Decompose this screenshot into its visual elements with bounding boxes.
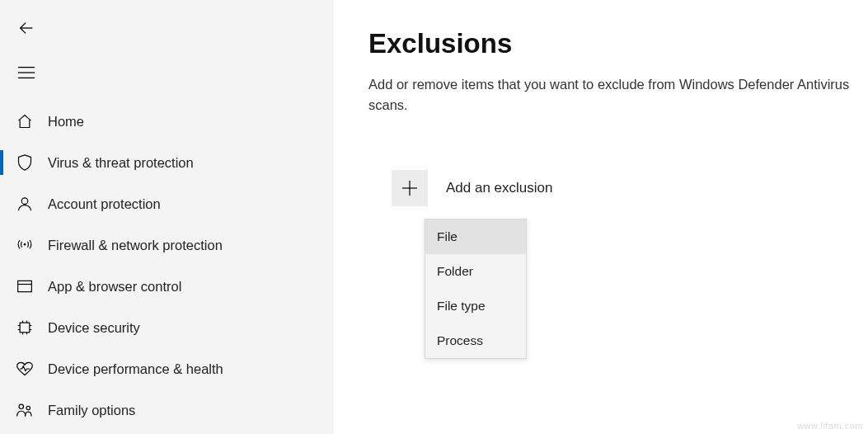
svg-point-4 <box>21 198 28 205</box>
page-title: Exclusions <box>368 28 852 59</box>
exclusion-type-dropdown: File Folder File type Process <box>425 219 527 359</box>
sidebar-item-label: Home <box>48 114 84 130</box>
svg-rect-6 <box>18 281 32 291</box>
page-description: Add or remove items that you want to exc… <box>368 74 852 116</box>
main-content: Exclusions Add or remove items that you … <box>334 0 868 434</box>
sidebar-item-label: Family options <box>48 403 135 418</box>
sidebar-item-virus-threat[interactable]: Virus & threat protection <box>0 142 334 183</box>
shield-icon <box>15 153 35 172</box>
heart-icon <box>15 359 35 379</box>
sidebar-item-home[interactable]: Home <box>0 101 334 142</box>
dropdown-item-process[interactable]: Process <box>425 323 526 358</box>
add-exclusion-button[interactable]: Add an exclusion <box>392 170 552 206</box>
add-exclusion-label: Add an exclusion <box>446 180 552 196</box>
sidebar: Home Virus & threat protection Account p… <box>0 0 334 434</box>
svg-point-17 <box>19 404 23 408</box>
hamburger-icon <box>17 65 35 80</box>
dropdown-item-folder[interactable]: Folder <box>425 254 526 289</box>
home-icon <box>15 111 35 131</box>
svg-point-5 <box>24 243 26 246</box>
back-arrow-icon <box>17 19 35 37</box>
sidebar-item-label: Firewall & network protection <box>48 238 223 253</box>
hamburger-menu-button[interactable] <box>15 61 38 84</box>
chip-icon <box>15 318 35 337</box>
person-icon <box>15 194 35 214</box>
back-button[interactable] <box>15 17 38 40</box>
sidebar-item-app-browser[interactable]: App & browser control <box>0 266 334 307</box>
antenna-icon <box>15 235 35 255</box>
dropdown-item-label: File type <box>437 299 486 314</box>
dropdown-item-label: File <box>437 229 457 244</box>
plus-icon <box>392 170 428 206</box>
sidebar-item-label: Virus & threat protection <box>48 155 194 171</box>
svg-point-18 <box>26 406 30 409</box>
dropdown-item-label: Process <box>437 333 483 348</box>
sidebar-item-device-security[interactable]: Device security <box>0 307 334 348</box>
dropdown-item-file[interactable]: File <box>425 219 526 254</box>
family-icon <box>15 400 35 420</box>
nav-list: Home Virus & threat protection Account p… <box>0 101 334 431</box>
sidebar-item-firewall[interactable]: Firewall & network protection <box>0 224 334 266</box>
dropdown-item-label: Folder <box>437 264 473 279</box>
window-icon <box>15 276 35 296</box>
sidebar-item-label: Account protection <box>48 196 161 212</box>
sidebar-item-family[interactable]: Family options <box>0 389 334 431</box>
watermark: www.lifam.com <box>797 421 863 431</box>
sidebar-item-label: App & browser control <box>48 279 181 295</box>
dropdown-item-file-type[interactable]: File type <box>425 289 526 323</box>
sidebar-item-label: Device performance & health <box>48 361 223 377</box>
svg-rect-8 <box>20 323 30 333</box>
sidebar-item-device-performance[interactable]: Device performance & health <box>0 348 334 389</box>
sidebar-item-label: Device security <box>48 320 140 336</box>
sidebar-item-account[interactable]: Account protection <box>0 183 334 224</box>
